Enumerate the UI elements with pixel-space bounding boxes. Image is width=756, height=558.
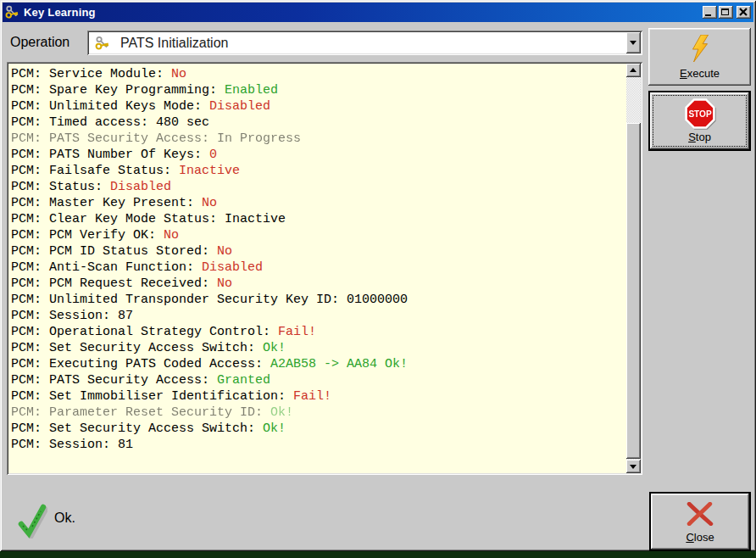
log-line: PCM: Set Security Access Switch: Ok! <box>11 421 624 437</box>
log-line: PCM: Clear Key Mode Status: Inactive <box>11 211 624 227</box>
stop-button[interactable]: STOP Stop <box>648 91 751 151</box>
log-output-panel: PCM: Service Module: NoPCM: Spare Key Pr… <box>7 62 642 475</box>
operation-selected-value: PATS Initialization <box>120 36 642 51</box>
scrollbar-thumb[interactable] <box>626 123 641 459</box>
status-message: Ok. <box>54 511 75 526</box>
log-line: PCM: Session: 81 <box>11 437 624 453</box>
scroll-up-button[interactable] <box>626 64 641 77</box>
log-line: PCM: Executing PATS Coded Access: A2AB58… <box>11 356 624 372</box>
minimize-icon <box>705 14 711 16</box>
execute-button[interactable]: Execute <box>648 28 751 86</box>
log-line: PCM: Unlimited Transponder Security Key … <box>11 292 624 308</box>
log-line: PCM: PCM Request Received: No <box>11 276 624 292</box>
log-line: PCM: PCM Verify OK: No <box>11 227 624 243</box>
scroll-down-button[interactable] <box>626 460 641 473</box>
log-line: PCM: Unlimited Keys Mode: Disabled <box>11 98 624 114</box>
red-x-icon <box>687 502 714 526</box>
window-close-button[interactable] <box>737 6 751 19</box>
key-learning-window: Key Learning Operation PATS Initializati… <box>0 0 756 551</box>
close-button[interactable]: Close <box>649 492 751 551</box>
stop-sign-text: STOP <box>688 109 711 119</box>
log-line: PCM: Timed access: 480 sec <box>11 114 624 131</box>
window-title: Key Learning <box>24 6 703 19</box>
log-line: PCM: Operational Strategy Control: Fail! <box>11 324 624 340</box>
log-line: PCM: PATS Security Access: In Progress <box>11 131 624 147</box>
log-line: PCM: Set Immobiliser Identification: Fai… <box>11 388 624 405</box>
log-line: PCM: Spare Key Programming: Enabled <box>11 82 624 98</box>
log-line: PCM: Status: Disabled <box>11 179 624 195</box>
keys-icon <box>95 36 110 51</box>
operation-dropdown[interactable]: PATS Initialization <box>87 31 642 55</box>
close-icon <box>738 7 748 17</box>
dropdown-arrow-button[interactable] <box>626 32 641 53</box>
minimize-button[interactable] <box>703 6 717 19</box>
keys-icon <box>5 5 19 20</box>
log-line: PCM: Service Module: No <box>11 66 624 82</box>
log-scrollbar[interactable] <box>626 64 641 473</box>
stop-sign-icon: STOP <box>685 98 715 129</box>
maximize-button[interactable] <box>719 6 733 19</box>
log-line: PCM: Anti-Scan Function: Disabled <box>11 259 624 276</box>
log-lines: PCM: Service Module: NoPCM: Spare Key Pr… <box>11 66 624 472</box>
log-line: PCM: Failsafe Status: Inactive <box>11 163 624 179</box>
titlebar: Key Learning <box>3 3 753 22</box>
log-line: PCM: PATS Security Access: Granted <box>11 372 624 388</box>
stop-button-label: Stop <box>650 131 749 143</box>
log-line: PCM: Session: 87 <box>11 308 624 324</box>
green-check-icon <box>15 501 47 538</box>
log-line: PCM: PCM ID Status Stored: No <box>11 243 624 259</box>
log-line: PCM: Parameter Reset Security ID: Ok! <box>11 405 624 421</box>
lightning-icon <box>689 35 711 62</box>
execute-button-label: Execute <box>648 67 751 80</box>
operation-label: Operation <box>10 35 69 50</box>
log-line: PCM: Set Security Access Switch: Ok! <box>11 340 624 356</box>
close-button-label: Close <box>651 531 749 544</box>
log-line: PCM: PATS Number Of Keys: 0 <box>11 147 624 163</box>
log-line: PCM: Master Key Present: No <box>11 195 624 211</box>
maximize-icon <box>721 8 729 15</box>
